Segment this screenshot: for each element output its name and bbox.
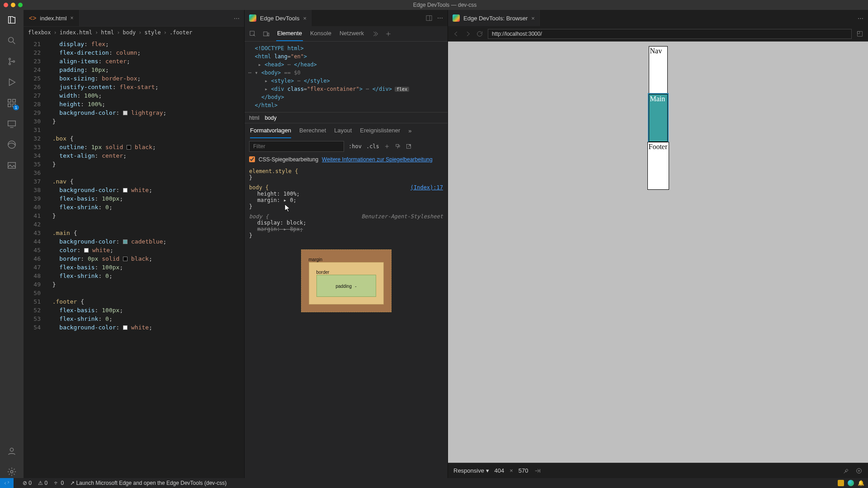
rule-source-link[interactable]: (Index):17 — [410, 184, 443, 191]
tab-edge-devtools[interactable]: Edge DevTools × — [245, 10, 311, 26]
tab-edge-browser[interactable]: Edge DevTools: Browser × — [448, 10, 540, 26]
device-toolbar-icon[interactable] — [263, 30, 270, 38]
svg-point-11 — [10, 448, 13, 451]
chevron-right-icon[interactable]: » — [408, 127, 411, 134]
dimension-separator: × — [509, 467, 513, 474]
debug-icon[interactable] — [5, 76, 18, 89]
browser-tab-label: Edge DevTools: Browser — [463, 15, 528, 22]
breadcrumb-item[interactable]: style — [145, 29, 161, 36]
tab-elemente[interactable]: Elemente — [276, 26, 303, 41]
window-title: Edge DevTools — dev-css — [25, 2, 864, 8]
tab-ereignislistener[interactable]: Ereignislistener — [360, 123, 400, 138]
window-maximize-dot[interactable] — [18, 3, 23, 7]
svg-point-0 — [9, 38, 14, 42]
image-icon[interactable] — [5, 159, 18, 172]
more-icon[interactable]: ⋯ — [853, 15, 868, 22]
svg-point-1 — [9, 58, 11, 60]
tab-konsole[interactable]: Konsole — [309, 26, 332, 41]
extensions-icon[interactable]: 1 — [5, 97, 18, 109]
tab-berechnet[interactable]: Berechnet — [299, 123, 326, 138]
css-mirror-link[interactable]: Weitere Informationen zur Spiegelbearbei… — [322, 156, 433, 163]
eyedropper-icon[interactable] — [843, 467, 850, 474]
cls-toggle[interactable]: .cls — [366, 143, 379, 150]
account-icon[interactable] — [5, 445, 18, 457]
url-bar[interactable] — [488, 29, 852, 39]
chevron-down-icon: ▾ — [486, 467, 489, 474]
code-area[interactable]: display: flex; flex-direction: column; a… — [45, 38, 244, 478]
nav-reload-icon[interactable] — [476, 30, 483, 38]
nav-back-icon[interactable] — [453, 30, 460, 38]
dom-breadcrumb[interactable]: html body — [245, 112, 448, 123]
edge-icon[interactable] — [5, 138, 18, 151]
rotate-icon[interactable] — [534, 467, 541, 474]
close-icon[interactable]: × — [303, 15, 307, 22]
editor-tab-index-html[interactable]: <> index.html × — [24, 10, 80, 26]
window-close-dot[interactable] — [4, 3, 8, 7]
box-model-diagram[interactable]: margin border padding - — [301, 249, 392, 312]
nav-forward-icon[interactable] — [464, 30, 472, 38]
hov-toggle[interactable]: :hov — [349, 143, 362, 150]
svg-rect-15 — [264, 32, 267, 36]
breadcrumb-item[interactable]: .footer — [170, 29, 193, 36]
error-count[interactable]: ⊘ 0 — [23, 480, 32, 486]
inspect-element-icon[interactable] — [249, 30, 256, 38]
remote-icon[interactable] — [5, 117, 18, 130]
chevron-right-icon[interactable] — [371, 30, 378, 38]
notification-bell-icon[interactable]: 🔔 — [858, 480, 864, 486]
explorer-icon[interactable] — [5, 14, 18, 26]
target-icon[interactable] — [855, 467, 863, 474]
more-icon[interactable]: ⋯ — [437, 14, 443, 22]
styles-filter-input[interactable] — [249, 141, 344, 152]
port-count[interactable]: ᯤ 0 — [54, 480, 64, 486]
window-minimize-dot[interactable] — [11, 3, 15, 7]
breadcrumb[interactable]: flexbox›index.html›html›body›style›.foot… — [24, 26, 244, 38]
close-icon[interactable]: × — [531, 15, 535, 22]
editor-tab-label: index.html — [40, 15, 66, 22]
split-layout-icon[interactable] — [425, 14, 433, 22]
svg-point-21 — [857, 468, 862, 473]
dom-path-html[interactable]: html — [249, 115, 259, 121]
svg-point-3 — [13, 61, 15, 62]
plus-icon[interactable] — [385, 30, 392, 38]
breadcrumb-item[interactable]: html — [101, 29, 114, 36]
breadcrumb-item[interactable]: flexbox — [28, 29, 51, 36]
launch-hint[interactable]: ↗ Launch Microsoft Edge and open the Edg… — [70, 480, 226, 486]
tab-netzwerk[interactable]: Netzwerk — [339, 26, 365, 41]
svg-point-22 — [859, 470, 860, 471]
tab-layout[interactable]: Layout — [334, 123, 352, 138]
css-rules[interactable]: element.style { } (Index):17 body { heig… — [245, 166, 448, 244]
settings-gear-icon[interactable] — [5, 465, 18, 478]
extensions-badge: 1 — [13, 105, 19, 110]
dom-path-body[interactable]: body — [265, 115, 277, 121]
source-control-icon[interactable] — [5, 55, 18, 68]
css-mirror-label: CSS-Spiegelbearbeitung — [259, 156, 318, 163]
remote-status-icon[interactable] — [0, 478, 14, 488]
device-mode-select[interactable]: Responsive ▾ — [453, 467, 489, 474]
svg-point-12 — [10, 470, 13, 473]
dom-tree[interactable]: <!DOCTYPE html> <html lang="en"> ▸ <head… — [245, 42, 448, 112]
editor-tabs: <> index.html × ⋯ — [24, 10, 244, 26]
close-icon[interactable]: × — [71, 15, 74, 21]
plus-icon[interactable] — [384, 143, 390, 150]
svg-rect-4 — [8, 99, 11, 102]
search-icon[interactable] — [5, 34, 18, 47]
svg-rect-20 — [858, 31, 860, 33]
editor-panel: <> index.html × ⋯ flexbox›index.html›htm… — [24, 10, 244, 478]
css-mirror-checkbox[interactable] — [249, 156, 255, 162]
popout-icon[interactable] — [406, 143, 412, 150]
status-edge-icon[interactable] — [848, 480, 854, 486]
viewport-height[interactable]: 570 — [519, 467, 528, 474]
editor-more-icon[interactable]: ⋯ — [229, 10, 244, 26]
html-file-icon: <> — [29, 14, 36, 22]
breadcrumb-item[interactable]: body — [123, 29, 136, 36]
viewport-width[interactable]: 404 — [495, 467, 505, 474]
breadcrumb-item[interactable]: index.html — [60, 29, 92, 36]
screenshot-icon[interactable] — [856, 30, 863, 38]
status-yellow-icon[interactable] — [838, 480, 844, 486]
svg-rect-7 — [13, 99, 15, 102]
flex-badge[interactable]: flex — [395, 87, 409, 92]
paint-icon[interactable] — [395, 143, 401, 150]
preview-main-box: Main — [649, 94, 668, 142]
tab-formatvorlagen[interactable]: Formatvorlagen — [250, 123, 291, 138]
warning-count[interactable]: ⚠ 0 — [38, 480, 47, 486]
